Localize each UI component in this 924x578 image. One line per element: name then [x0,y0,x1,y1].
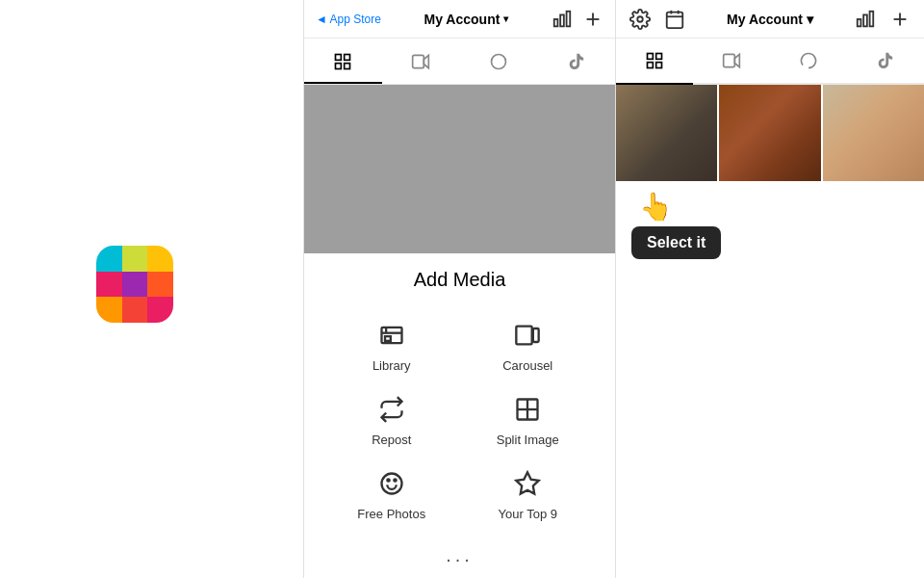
svg-rect-0 [554,19,558,26]
split-image-item[interactable]: Split Image [460,384,597,459]
right-images-row [616,85,924,181]
middle-account-caret: ▾ [503,13,508,24]
image-menu[interactable] [719,85,820,181]
svg-rect-9 [413,55,424,67]
svg-rect-16 [533,328,539,342]
plus-icon-right[interactable] [889,9,911,30]
add-media-title: Add Media [304,269,615,291]
svg-rect-35 [656,54,662,60]
your-top-9-icon [514,470,541,501]
image-cafe[interactable] [616,85,717,181]
split-image-icon [514,396,541,427]
right-lower [616,269,924,578]
middle-tab-bar [304,39,615,85]
split-image-label: Split Image [497,433,559,447]
left-panel [0,0,303,578]
your-top-9-item[interactable]: Your Top 9 [460,459,597,533]
middle-account-name[interactable]: My Account ▾ [424,12,509,27]
right-top-bar: My Account ▾ [616,0,924,39]
right-account-name[interactable]: My Account ▾ [727,12,813,27]
bar-chart-icon[interactable] [552,9,573,30]
middle-panel: ◄ App Store My Account ▾ [303,0,616,578]
free-photos-icon [378,470,405,501]
tab-video[interactable] [382,39,460,84]
right-top-left-icons [629,9,685,30]
right-tab-tiktok[interactable] [847,39,924,83]
svg-rect-37 [656,63,662,68]
right-tab-bar [616,39,924,85]
carousel-label: Carousel [502,358,552,373]
svg-rect-8 [345,63,350,68]
library-label: Library [372,358,411,373]
select-it-badge[interactable]: Select it [631,226,721,259]
right-tab-video[interactable] [693,39,770,83]
library-icon [378,322,405,353]
svg-rect-30 [863,14,867,26]
library-item[interactable]: Library [323,310,460,384]
svg-marker-23 [517,472,539,493]
repost-item[interactable]: Repost [323,384,460,459]
add-media-section: Add Media Library [304,253,615,578]
svg-rect-38 [724,54,735,66]
svg-point-24 [637,16,643,22]
select-it-tooltip-area: 👆 Select it [616,181,924,269]
right-panel: My Account ▾ [616,0,924,578]
right-tab-grid[interactable] [616,39,693,83]
svg-rect-2 [567,11,571,26]
svg-point-11 [491,54,505,68]
your-top-9-label: Your Top 9 [499,507,557,521]
svg-rect-29 [858,19,861,26]
free-photos-item[interactable]: Free Photos [323,459,460,533]
middle-top-bar: ◄ App Store My Account ▾ [304,0,615,39]
svg-point-20 [381,474,401,494]
tab-tiktok[interactable] [537,39,615,84]
svg-rect-15 [517,327,532,345]
gear-icon[interactable] [629,9,651,30]
svg-rect-31 [870,11,874,26]
svg-rect-1 [560,14,564,26]
tab-circle[interactable] [460,39,538,84]
svg-rect-36 [648,63,654,68]
right-tab-circle[interactable] [770,39,847,83]
repost-icon [378,396,405,427]
repost-label: Repost [372,433,411,447]
svg-point-22 [394,479,396,481]
middle-top-icons [552,9,603,30]
plus-icon[interactable] [582,9,603,30]
svg-rect-7 [336,63,342,68]
more-dots[interactable]: ... [304,533,615,578]
svg-rect-14 [385,336,391,341]
free-photos-label: Free Photos [357,507,425,521]
carousel-item[interactable]: Carousel [460,310,597,384]
right-top-right-icons [855,9,911,30]
svg-point-21 [387,479,389,481]
svg-rect-5 [336,54,342,60]
svg-rect-25 [667,12,683,28]
carousel-icon [514,322,541,353]
analytics-icon[interactable] [855,9,876,30]
tab-grid[interactable] [304,39,382,84]
media-grid: Library Carousel [304,310,615,533]
back-link[interactable]: ◄ App Store [316,13,381,26]
svg-rect-6 [345,54,350,60]
finger-emoji: 👆 [631,191,909,223]
calendar-icon[interactable] [664,9,685,30]
middle-content-area [304,85,615,253]
app-icon [96,246,173,323]
image-food[interactable] [823,85,924,181]
svg-rect-34 [648,54,654,60]
